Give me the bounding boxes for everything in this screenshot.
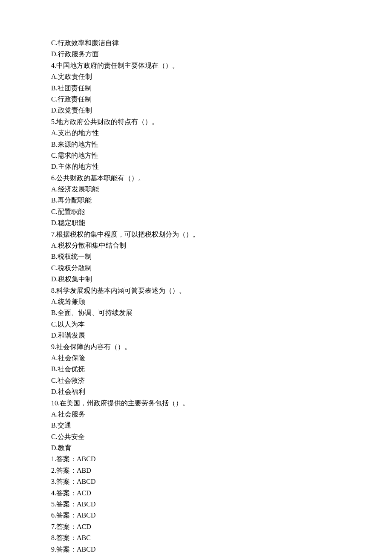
text-line: D.政党责任制 [51,105,392,116]
text-line: B.全面、协调、可持续发展 [51,307,392,318]
answer-line: 8.答案：ABC [51,532,392,543]
text-line: 4.中国地方政府的责任制主要体现在（）。 [51,60,392,71]
text-line: A.经济发展职能 [51,184,392,195]
text-line: 7.根据税权的集中程度，可以把税权划分为（）。 [51,229,392,240]
answer-line: 5.答案：ABCD [51,499,392,510]
text-line: 5.地方政府公共财政的特点有（）。 [51,116,392,127]
text-line: B.来源的地方性 [51,139,392,150]
answer-line: 4.答案：ACD [51,488,392,499]
text-line: B.社会优抚 [51,364,392,375]
text-line: 8.科学发展观的基本内涵可简要表述为（）。 [51,285,392,296]
answer-line: 6.答案：ABCD [51,510,392,521]
text-line: D.教育 [51,442,392,454]
answer-line: 2.答案：ABD [51,465,392,476]
text-line: B.交通 [51,420,392,431]
text-line: A.宪政责任制 [51,71,392,82]
text-line: D.稳定职能 [51,217,392,228]
answer-line: 3.答案：ABCD [51,476,392,487]
text-line: C.行政效率和廉洁自律 [51,38,392,49]
text-line: A.支出的地方性 [51,127,392,139]
text-line: A.社会保险 [51,353,392,364]
text-line: B.再分配职能 [51,195,392,206]
text-line: D.社会福利 [51,386,392,397]
text-line: 10.在美国，州政府提供的主要劳务包括（）。 [51,398,392,409]
text-line: C.行政责任制 [51,94,392,105]
text-line: C.配置职能 [51,206,392,217]
text-line: A.社会服务 [51,409,392,420]
text-line: 9.社会保障的内容有（）。 [51,341,392,353]
text-line: D.行政服务方面 [51,49,392,60]
text-line: 6.公共财政的基本职能有（）。 [51,173,392,184]
text-line: D.和谐发展 [51,330,392,341]
text-line: B.税权统一制 [51,251,392,262]
text-line: C.社会救济 [51,375,392,386]
answer-line: 9.答案：ABCD [51,544,392,555]
text-line: C.需求的地方性 [51,150,392,161]
answer-line: 7.答案：ACD [51,521,392,532]
answer-line: 1.答案：ABCD [51,454,392,465]
text-line: D.主体的地方性 [51,161,392,172]
text-line: B.社团责任制 [51,83,392,94]
text-line: C.以人为本 [51,319,392,330]
document-content: C.行政效率和廉洁自律 D.行政服务方面 4.中国地方政府的责任制主要体现在（）… [51,38,392,555]
text-line: A.税权分散和集中结合制 [51,240,392,251]
text-line: C.公共安全 [51,431,392,442]
text-line: A.统筹兼顾 [51,296,392,307]
text-line: D.税权集中制 [51,274,392,285]
text-line: C.税权分散制 [51,263,392,274]
